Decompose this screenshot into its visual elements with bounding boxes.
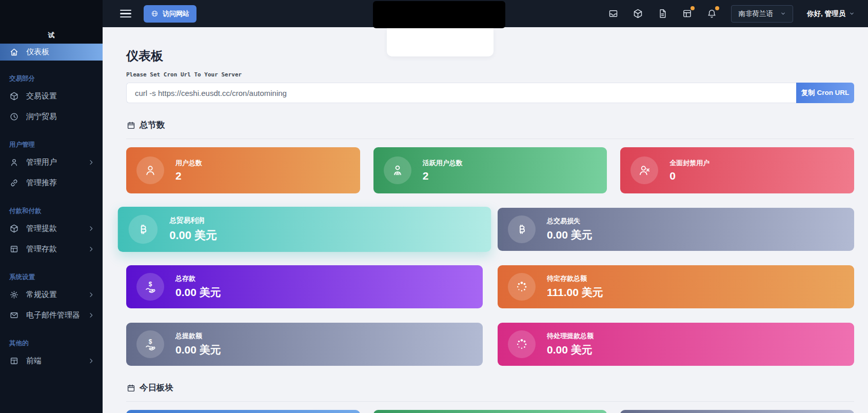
spinner-icon: [508, 273, 536, 301]
stat-label: 活跃用户总数: [423, 159, 463, 168]
user-icon: [136, 156, 164, 184]
spinner-icon: [508, 330, 536, 358]
today-card-2: [373, 410, 607, 413]
home-icon: [9, 47, 19, 57]
sidebar-item-label: 管理用户: [26, 158, 57, 167]
sidebar-item-manage-deposits[interactable]: 管理存款: [0, 239, 103, 259]
menu-toggle-icon[interactable]: [120, 8, 131, 20]
stat-label: 用户总数: [175, 159, 202, 168]
hand-dollar-icon: [136, 330, 164, 358]
sidebar-item-label: 仪表板: [26, 47, 49, 57]
sidebar: 试 仪表板 交易部分 交易设置 润宁贸易 用户管理 管理用户 管理推荐 付款和付…: [0, 0, 103, 413]
user-icon: [9, 158, 19, 167]
stat-card-total-trade-profit: 总贸易利润 0.00 美元: [118, 207, 491, 252]
sidebar-item-label: 电子邮件管理器: [26, 310, 80, 320]
sidebar-item-label: 交易设置: [26, 91, 57, 101]
today-section-header: 今日板块: [126, 382, 854, 394]
bell-icon[interactable]: [706, 8, 717, 19]
visit-site-button[interactable]: 访问网站: [144, 5, 196, 23]
today-card-3: [620, 410, 854, 413]
sidebar-section-system: 系统设置: [0, 273, 103, 282]
sidebar-item-frontend[interactable]: 前端: [0, 350, 103, 371]
stat-label: 待处理提款总额: [547, 331, 594, 341]
stat-value: 0.00 美元: [547, 228, 593, 242]
stat-label: 全面封禁用户: [669, 159, 709, 168]
stat-value: 0.00 美元: [547, 343, 594, 357]
bitcoin-icon: [129, 215, 158, 244]
stat-card-pending-deposits: 待定存款总额 111.00 美元: [498, 265, 854, 308]
brand-text: 试: [48, 31, 55, 40]
sidebar-item-label: 常规设置: [26, 290, 57, 300]
stat-value: 0.00 美元: [175, 343, 221, 357]
copy-cron-url-button[interactable]: 复制 Cron URL: [796, 83, 854, 103]
redacted-logo-card: [387, 28, 494, 56]
sidebar-item-label: 管理提款: [26, 224, 57, 233]
link-icon: [9, 178, 19, 188]
package-icon: [9, 224, 19, 233]
divider: [126, 139, 854, 139]
document-icon[interactable]: [657, 8, 668, 19]
sidebar-section-users: 用户管理: [0, 141, 103, 149]
user-active-icon: [384, 156, 411, 184]
cron-instruction-label: Please Set Cron Url To Your Server: [126, 71, 854, 78]
stat-value: 111.00 美元: [547, 285, 603, 300]
stat-card-total-withdrawals: 总提款额 0.00 美元: [126, 323, 483, 366]
stat-card-active-users: 活跃用户总数 2: [373, 147, 607, 193]
stats-section-title: 总节数: [140, 120, 165, 131]
sidebar-section-others: 其他的: [0, 339, 103, 348]
cron-url-input[interactable]: [126, 83, 796, 103]
hand-dollar-icon: [136, 273, 164, 301]
sidebar-item-manage-withdrawals[interactable]: 管理提款: [0, 218, 103, 239]
sidebar-item-general-settings[interactable]: 常规设置: [0, 284, 103, 305]
user-menu[interactable]: 你好, 管理员: [807, 9, 855, 18]
sidebar-item-email-manager[interactable]: 电子邮件管理器: [0, 305, 103, 325]
package-icon[interactable]: [633, 8, 643, 19]
sidebar-item-trade-settings[interactable]: 交易设置: [0, 86, 103, 106]
stat-label: 总贸易利润: [169, 216, 217, 226]
stat-label: 总提款额: [175, 331, 221, 341]
clock-icon: [9, 112, 19, 122]
sidebar-section-payments: 付款和付款: [0, 207, 103, 215]
sidebar-item-dashboard[interactable]: 仪表板: [0, 44, 103, 61]
language-selector[interactable]: 南非荷兰语: [731, 5, 793, 23]
sidebar-item-label: 管理推荐: [26, 178, 57, 188]
chevron-right-icon: [88, 246, 94, 252]
layout-icon: [9, 356, 19, 366]
stat-card-pending-withdrawals: 待处理提款总额 0.00 美元: [498, 323, 854, 366]
stat-card-total-deposits: 总存款 0.00 美元: [126, 265, 483, 308]
globe-icon: [151, 10, 159, 17]
stat-value: 0.00 美元: [175, 285, 221, 300]
sidebar-item-label: 前端: [26, 356, 42, 366]
sidebar-section-trading: 交易部分: [0, 74, 103, 83]
language-label: 南非荷兰语: [738, 9, 773, 18]
visit-site-label: 访问网站: [163, 9, 189, 18]
greeting-label: 你好, 管理员: [807, 9, 845, 18]
mail-icon: [9, 310, 19, 320]
chevron-right-icon: [88, 312, 94, 319]
user-x-icon: [630, 156, 658, 184]
redacted-logo-overlay: [373, 1, 505, 28]
notification-dot: [715, 6, 719, 10]
sidebar-item-manage-users[interactable]: 管理用户: [0, 152, 103, 172]
sidebar-item-runing-trade[interactable]: 润宁贸易: [0, 106, 103, 127]
stat-label: 待定存款总额: [547, 274, 603, 283]
inbox-icon[interactable]: [608, 8, 619, 19]
gear-icon: [9, 290, 19, 300]
table-icon[interactable]: [682, 8, 693, 19]
today-card-1: [126, 410, 360, 413]
stat-label: 总存款: [175, 274, 221, 283]
stat-label: 总交易损失: [547, 217, 593, 226]
stats-section-header: 总节数: [126, 120, 854, 131]
chevron-down-icon: [780, 11, 786, 16]
sidebar-item-manage-referral[interactable]: 管理推荐: [0, 172, 103, 193]
calendar-icon: [126, 383, 136, 393]
chevron-down-icon: [849, 11, 855, 16]
chevron-right-icon: [88, 159, 94, 166]
stat-card-total-users: 用户总数 2: [126, 147, 360, 193]
stat-value: 0: [669, 170, 709, 182]
bitcoin-icon: [508, 215, 536, 243]
sidebar-item-label: 润宁贸易: [26, 112, 57, 122]
brand-logo[interactable]: 试: [0, 0, 103, 44]
cube-icon: [9, 91, 19, 101]
today-section-title: 今日板块: [140, 382, 173, 394]
